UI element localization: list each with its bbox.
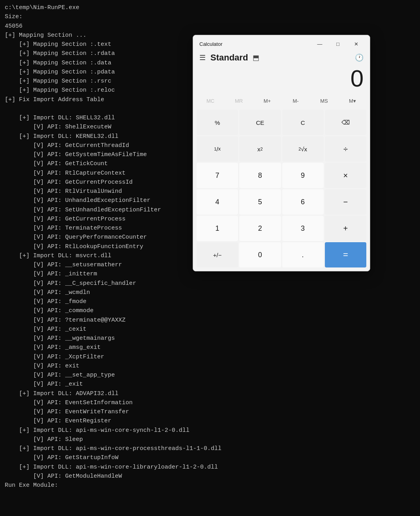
calculator-titlebar: Calculator — □ ✕ bbox=[193, 35, 370, 51]
memory-minus-button[interactable]: M- bbox=[281, 94, 310, 108]
calculator-display: 0 bbox=[193, 66, 370, 94]
calculator-window: Calculator — □ ✕ ☰ Standard ⬒ 🕐 0 MC MR … bbox=[193, 35, 370, 271]
close-button[interactable]: ✕ bbox=[347, 38, 365, 50]
memory-clear-button[interactable]: MC bbox=[196, 94, 225, 108]
three-button[interactable]: 3 bbox=[282, 216, 324, 241]
one-button[interactable]: 1 bbox=[197, 216, 238, 241]
header-left: ☰ Standard ⬒ bbox=[199, 53, 259, 63]
eight-button[interactable]: 8 bbox=[239, 163, 281, 188]
calculator-title: Calculator bbox=[199, 41, 223, 47]
multiply-button[interactable]: × bbox=[325, 163, 366, 188]
minimize-button[interactable]: — bbox=[311, 38, 329, 50]
hamburger-icon[interactable]: ☰ bbox=[199, 53, 206, 62]
decimal-button[interactable]: . bbox=[282, 242, 324, 267]
negate-button[interactable]: +/− bbox=[197, 242, 238, 267]
window-controls: — □ ✕ bbox=[311, 38, 365, 50]
memory-dropdown-button[interactable]: M▾ bbox=[338, 94, 367, 108]
display-number: 0 bbox=[351, 67, 364, 90]
backspace-button[interactable]: ⌫ bbox=[325, 110, 366, 135]
add-button[interactable]: + bbox=[325, 216, 366, 241]
five-button[interactable]: 5 bbox=[239, 189, 281, 215]
calc-mode-title: Standard bbox=[210, 53, 248, 63]
square-button[interactable]: x2 bbox=[239, 136, 281, 162]
memory-store-button[interactable]: MS bbox=[310, 94, 338, 108]
clear-entry-button[interactable]: CE bbox=[239, 110, 281, 135]
divide-button[interactable]: ÷ bbox=[325, 136, 366, 162]
memory-recall-button[interactable]: MR bbox=[225, 94, 253, 108]
clear-button[interactable]: C bbox=[282, 110, 324, 135]
six-button[interactable]: 6 bbox=[282, 189, 324, 215]
maximize-button[interactable]: □ bbox=[329, 38, 347, 50]
reciprocal-button[interactable]: 1/x bbox=[197, 136, 238, 162]
nine-button[interactable]: 9 bbox=[282, 163, 324, 188]
calculator-header: ☰ Standard ⬒ 🕐 bbox=[193, 51, 370, 66]
history-icon[interactable]: 🕐 bbox=[355, 53, 364, 62]
keep-on-top-icon[interactable]: ⬒ bbox=[253, 53, 259, 62]
seven-button[interactable]: 7 bbox=[197, 163, 238, 188]
four-button[interactable]: 4 bbox=[197, 189, 238, 215]
button-grid: % CE C ⌫ 1/x x2 2√x ÷ 7 8 9 × 4 5 6 − 1 … bbox=[193, 109, 370, 271]
subtract-button[interactable]: − bbox=[325, 189, 366, 215]
sqrt-button[interactable]: 2√x bbox=[282, 136, 324, 162]
percent-button[interactable]: % bbox=[197, 110, 238, 135]
memory-row: MC MR M+ M- MS M▾ bbox=[193, 94, 370, 108]
two-button[interactable]: 2 bbox=[239, 216, 281, 241]
equals-button[interactable]: = bbox=[325, 242, 366, 267]
zero-button[interactable]: 0 bbox=[239, 242, 281, 267]
memory-plus-button[interactable]: M+ bbox=[253, 94, 281, 108]
